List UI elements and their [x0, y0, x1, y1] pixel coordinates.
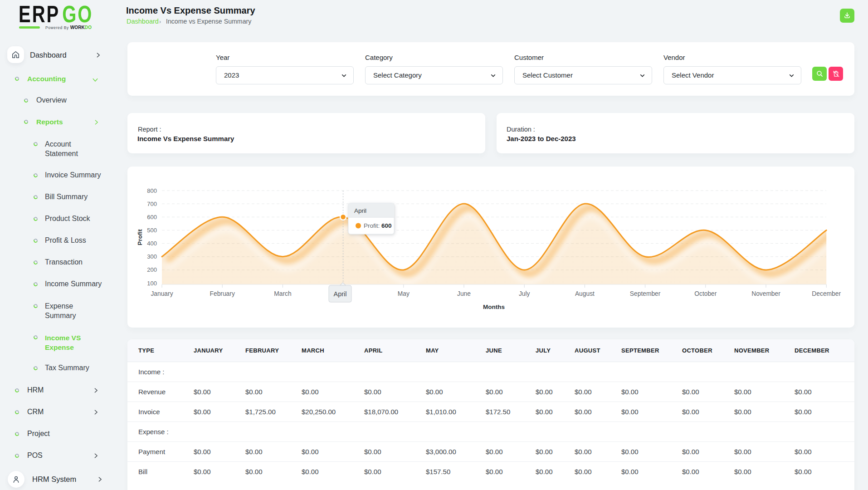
- svg-text:April: April: [354, 207, 366, 214]
- svg-text:Months: Months: [483, 304, 505, 310]
- svg-text:March: March: [274, 290, 291, 297]
- svg-text:April: April: [333, 290, 346, 298]
- svg-text:January: January: [151, 290, 173, 297]
- svg-text:November: November: [751, 290, 780, 297]
- svg-text:600: 600: [381, 222, 392, 229]
- svg-text:100: 100: [147, 280, 157, 287]
- svg-text:June: June: [457, 290, 471, 297]
- svg-text:300: 300: [147, 253, 157, 260]
- svg-text:800: 800: [147, 187, 157, 194]
- svg-text:400: 400: [147, 240, 157, 247]
- svg-text:August: August: [575, 290, 595, 297]
- svg-text:December: December: [812, 290, 841, 297]
- svg-text:May: May: [398, 290, 410, 297]
- svg-text:Profit: Profit: [137, 229, 143, 245]
- svg-text:October: October: [694, 290, 717, 297]
- svg-text:700: 700: [147, 201, 157, 207]
- svg-text:200: 200: [147, 266, 157, 273]
- svg-text:600: 600: [147, 214, 157, 220]
- svg-text:500: 500: [147, 227, 157, 234]
- svg-text:September: September: [630, 290, 661, 297]
- svg-text:Profit:: Profit:: [364, 222, 380, 229]
- svg-text:July: July: [519, 290, 530, 297]
- svg-text:February: February: [210, 290, 235, 297]
